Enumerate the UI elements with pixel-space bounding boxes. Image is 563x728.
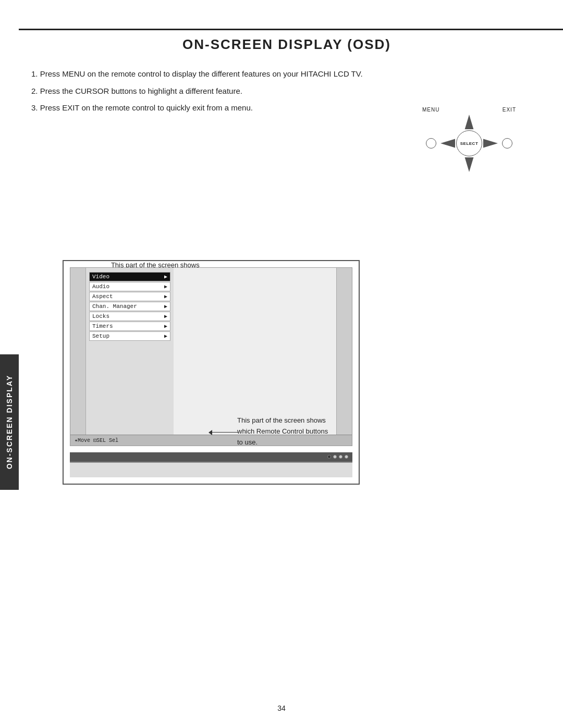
page-title: ON-SCREEN DISPLAY (OSD) [31,36,542,53]
callout-bottom: This part of the screen shows which Remo… [237,415,328,448]
indicator-3 [339,455,342,459]
exit-button[interactable] [502,138,512,149]
menu-label: MENU [422,107,439,113]
page-number: 34 [277,704,286,712]
select-label: SELECT [460,141,479,146]
menu-button[interactable] [426,138,436,149]
indicator-1 [327,455,331,459]
tv-bottom-section [70,462,352,477]
dpad-down-button[interactable] [462,157,476,172]
menu-item-setup[interactable]: Setup▶ [89,331,170,341]
tv-right-panel [336,268,352,435]
menu-item-timers[interactable]: Timers▶ [89,322,170,331]
tv-content-area [174,268,336,435]
tv-left-panel [70,268,86,435]
indicator-2 [333,455,337,459]
instruction-2: 2. Press the CURSOR buttons to highlight… [31,85,542,97]
dpad-up-button[interactable] [462,115,476,129]
tv-section: This part of the screen shows which sele… [31,260,542,485]
callout-bottom-line2: which Remote Control buttons [237,427,328,435]
remote-labels: MENU EXIT [422,107,516,113]
select-button[interactable]: SELECT [456,130,482,156]
tv-screen: Video▶Audio▶Aspect▶Chan. Manager▶Locks▶T… [70,268,352,435]
callout-bottom-line1: This part of the screen shows [237,416,326,424]
remote-control-illustration: MENU EXIT SELECT [417,107,521,172]
menu-item-audio[interactable]: Audio▶ [89,282,170,291]
callout-bottom-line3: to use. [237,438,258,446]
menu-item-chan.-manager[interactable]: Chan. Manager▶ [89,302,170,311]
top-border [19,29,563,30]
exit-label: EXIT [503,107,516,113]
tv-indicators [70,452,352,462]
main-content: ON-SCREEN DISPLAY (OSD) 1. Press MENU on… [31,31,542,485]
indicator-4 [345,455,348,459]
menu-item-locks[interactable]: Locks▶ [89,312,170,321]
side-tab-label: ON-SCREEN DISPLAY [5,375,14,469]
tv-frame: Video▶Audio▶Aspect▶Chan. Manager▶Locks▶T… [63,260,360,485]
dpad-left-button[interactable] [440,136,455,151]
remote-dpad: SELECT [440,115,498,172]
side-tab: ON-SCREEN DISPLAY [0,354,19,490]
instruction-1: 1. Press MENU on the remote control to d… [31,68,542,80]
arrow-line [212,432,238,433]
tv-bottom-text: ✦Move ⊡SEL Sel [75,437,118,443]
menu-item-aspect[interactable]: Aspect▶ [89,292,170,301]
tv-menu: Video▶Audio▶Aspect▶Chan. Manager▶Locks▶T… [86,268,174,435]
dpad-right-button[interactable] [483,136,498,151]
menu-item-video[interactable]: Video▶ [89,272,170,281]
arrow-head [209,430,212,435]
callout-bottom-arrow [209,430,238,435]
